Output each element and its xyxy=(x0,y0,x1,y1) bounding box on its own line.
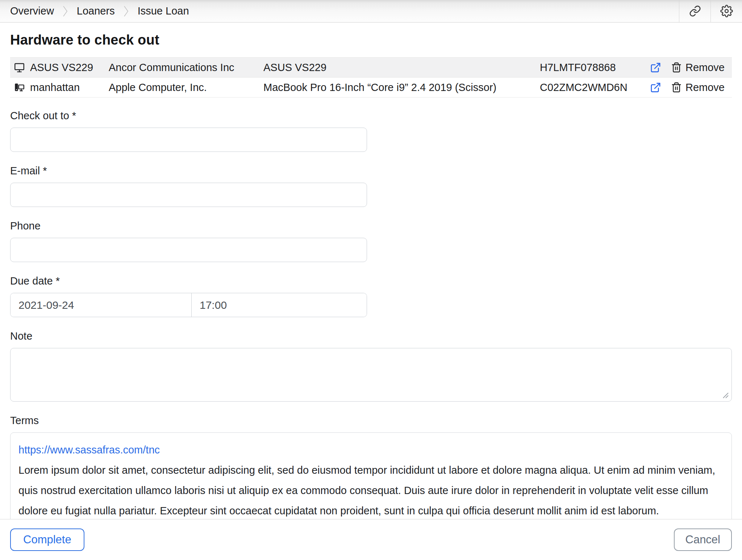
due-date-input[interactable] xyxy=(11,293,192,317)
terms-box: https://www.sassafras.com/tnc Lorem ipsu… xyxy=(10,432,732,519)
due-time-input[interactable] xyxy=(192,293,367,317)
phone-field: Phone xyxy=(10,220,732,262)
monitor-icon xyxy=(14,62,25,73)
terms-label: Terms xyxy=(10,415,732,427)
hardware-name: manhattan xyxy=(30,82,80,94)
table-row: manhattan Apple Computer, Inc. MacBook P… xyxy=(10,78,732,98)
hardware-maker: Apple Computer, Inc. xyxy=(109,82,263,94)
chevron-right-icon xyxy=(124,5,129,17)
due-date-group xyxy=(10,293,367,317)
hardware-maker: Ancor Communications Inc xyxy=(109,62,263,74)
breadcrumb-item-issue-loan[interactable]: Issue Loan xyxy=(138,5,189,17)
external-link-icon[interactable] xyxy=(649,80,663,95)
hardware-product: MacBook Pro 16-Inch “Core i9” 2.4 2019 (… xyxy=(263,82,540,94)
phone-input[interactable] xyxy=(10,238,367,262)
breadcrumb-item-overview[interactable]: Overview xyxy=(10,5,54,17)
chevron-right-icon xyxy=(63,5,68,17)
remove-label: Remove xyxy=(685,82,725,94)
email-label: E-mail * xyxy=(10,165,732,177)
gear-icon[interactable] xyxy=(710,0,742,22)
hardware-serial: H7LMTF078868 xyxy=(540,62,649,74)
remove-button[interactable]: Remove xyxy=(671,82,725,94)
hardware-serial: C02ZMC2WMD6N xyxy=(540,82,649,94)
trash-icon xyxy=(671,62,682,73)
footer: Complete Cancel xyxy=(0,519,742,560)
external-link-icon[interactable] xyxy=(649,61,663,75)
trash-icon xyxy=(671,82,682,93)
hardware-name: ASUS VS229 xyxy=(30,62,93,74)
check-out-to-field: Check out to * xyxy=(10,110,732,152)
note-field: Note xyxy=(10,330,732,402)
terms-text: Lorem ipsum dolor sit amet, consectetur … xyxy=(18,460,724,519)
hardware-product: ASUS VS229 xyxy=(263,62,540,74)
breadcrumb: Overview Loaners Issue Loan xyxy=(0,0,189,22)
breadcrumb-item-loaners[interactable]: Loaners xyxy=(77,5,115,17)
hardware-table: ASUS VS229 Ancor Communications Inc ASUS… xyxy=(10,57,732,98)
phone-label: Phone xyxy=(10,220,732,232)
check-out-to-input[interactable] xyxy=(10,128,367,152)
note-textarea[interactable] xyxy=(10,348,732,402)
check-out-to-label: Check out to * xyxy=(10,110,732,122)
remove-label: Remove xyxy=(685,62,725,74)
main-content: Hardware to check out ASUS VS229 Ancor C… xyxy=(0,22,742,519)
terms-field: Terms https://www.sassafras.com/tnc Lore… xyxy=(10,415,732,519)
computer-icon xyxy=(14,82,25,93)
link-icon[interactable] xyxy=(679,0,710,22)
note-label: Note xyxy=(10,330,732,342)
remove-button[interactable]: Remove xyxy=(671,62,725,74)
page-title: Hardware to check out xyxy=(10,32,732,48)
topbar: Overview Loaners Issue Loan xyxy=(0,0,742,22)
complete-button[interactable]: Complete xyxy=(10,528,84,551)
topbar-actions xyxy=(679,0,742,22)
email-field: E-mail * xyxy=(10,165,732,207)
table-row: ASUS VS229 Ancor Communications Inc ASUS… xyxy=(10,58,732,78)
terms-link[interactable]: https://www.sassafras.com/tnc xyxy=(18,440,160,460)
due-date-label: Due date * xyxy=(10,275,732,287)
email-input[interactable] xyxy=(10,183,367,207)
cancel-button[interactable]: Cancel xyxy=(674,528,732,551)
due-date-field: Due date * xyxy=(10,275,732,317)
